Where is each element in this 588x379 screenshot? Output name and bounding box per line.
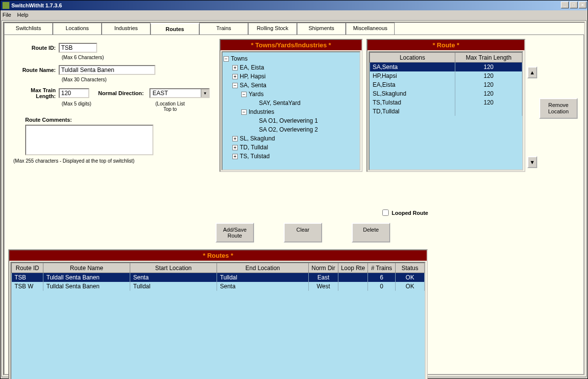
expand-icon[interactable]: +	[232, 154, 238, 159]
tree-item[interactable]: Yards	[249, 91, 263, 98]
tab-locations[interactable]: Locations	[53, 23, 102, 34]
window-title: SwitchWithIt 1.7.3.6	[11, 2, 62, 8]
collapse-icon[interactable]: −	[232, 83, 238, 88]
table-row[interactable]: TSB WTulldal Senta Banen TulldalSenta We…	[12, 282, 425, 291]
routes-panel-title: * Routes *	[9, 250, 427, 261]
move-up-button[interactable]: ▲	[527, 67, 537, 78]
delete-button[interactable]: Delete	[352, 223, 390, 242]
table-row[interactable]: HP,Hapsi120	[370, 71, 522, 80]
tree-item[interactable]: EA, Eista	[240, 64, 264, 71]
normal-direction-select[interactable]: EAST ▼	[149, 88, 210, 98]
max-train-length-input[interactable]	[59, 88, 89, 98]
route-panel: * Route * Locations Max Train Length SA,…	[367, 39, 525, 172]
close-button[interactable]: ×	[579, 1, 587, 8]
tree-item[interactable]: SA O2, Overlevering 2	[259, 126, 318, 133]
col-start-location[interactable]: Start Location	[130, 263, 217, 273]
minimize-button[interactable]: _	[561, 1, 569, 8]
tab-industries[interactable]: Industries	[102, 23, 150, 34]
remove-location-button[interactable]: Remove Location	[539, 98, 578, 119]
expand-icon[interactable]: +	[232, 74, 238, 79]
table-row[interactable]: SL,Skaglund120	[370, 89, 522, 98]
table-row[interactable]: SA,Senta120	[370, 63, 522, 71]
col-norm-dir[interactable]: Norm Dir	[309, 263, 338, 273]
routes-table[interactable]: Route ID Route Name Start Location End L…	[11, 263, 425, 291]
col-route-name[interactable]: Route Name	[43, 263, 130, 273]
chevron-down-icon[interactable]: ▼	[201, 89, 209, 97]
table-row[interactable]: TSBTuldall Senta Banen SentaTulldal East…	[12, 273, 425, 282]
tree-item[interactable]: SA O1, Overlevering 1	[259, 117, 318, 124]
expand-icon[interactable]: +	[232, 136, 238, 141]
towns-panel-title: * Towns/Yards/Industries *	[220, 40, 362, 50]
max-train-length-hint: (Max 5 digits)	[62, 101, 91, 107]
route-comments-hint: (Max 255 characters - Displayed at the t…	[13, 158, 214, 164]
route-name-hint: (Max 30 Characters)	[62, 77, 214, 82]
move-down-button[interactable]: ▼	[527, 156, 537, 168]
col-status[interactable]: Status	[396, 263, 425, 273]
maximize-button[interactable]: □	[570, 1, 578, 8]
tree-root[interactable]: Towns	[231, 55, 248, 62]
routes-panel: * Routes * Route ID Route Name Start Loc…	[8, 249, 428, 379]
route-id-label: Route ID:	[10, 45, 59, 51]
clear-button[interactable]: Clear	[284, 223, 322, 242]
collapse-icon[interactable]: −	[223, 56, 229, 62]
tab-switchlists[interactable]: Switchlists	[4, 23, 53, 34]
col-end-location[interactable]: End Location	[217, 263, 309, 273]
col-max-train-length[interactable]: Max Train Length	[455, 53, 522, 63]
towns-tree[interactable]: −Towns +EA, Eista +HP, Hapsi −SA, Senta …	[221, 51, 361, 171]
menubar: File Help	[0, 10, 588, 19]
tab-routes[interactable]: Routes	[150, 23, 199, 35]
menu-file[interactable]: File	[2, 12, 11, 18]
tree-item[interactable]: HP, Hapsi	[240, 73, 265, 80]
route-id-input[interactable]	[59, 43, 97, 53]
route-name-label: Route Name:	[10, 67, 59, 73]
col-loop-rte[interactable]: Loop Rte	[338, 263, 368, 273]
menu-help[interactable]: Help	[17, 12, 29, 18]
normal-direction-hint: (Location ListTop to	[155, 101, 184, 112]
looped-route-label: Looped Route	[392, 210, 428, 216]
tree-item[interactable]: SA, Senta	[240, 82, 266, 89]
app-icon	[2, 2, 9, 9]
route-panel-title: * Route *	[368, 40, 524, 50]
route-comments-label: Route Comments:	[25, 117, 214, 123]
tree-item[interactable]: SL, Skaglund	[240, 135, 275, 142]
col-trains[interactable]: # Trains	[368, 263, 396, 273]
tree-item[interactable]: TD, Tulldal	[240, 144, 268, 151]
towns-panel: * Towns/Yards/Industries * −Towns +EA, E…	[220, 39, 363, 172]
tree-item[interactable]: SAY, SentaYard	[259, 100, 300, 106]
route-locations-table[interactable]: Locations Max Train Length SA,Senta120 H…	[369, 52, 522, 116]
max-train-length-label: Max TrainLength:	[10, 87, 59, 99]
route-name-input[interactable]	[59, 65, 155, 75]
normal-direction-label: Normal Direction:	[98, 90, 147, 96]
expand-icon[interactable]: +	[232, 145, 238, 150]
expand-icon[interactable]: +	[232, 65, 238, 70]
tab-shipments[interactable]: Shipments	[297, 23, 346, 34]
tree-item[interactable]: Industries	[249, 108, 274, 115]
collapse-icon[interactable]: −	[241, 109, 247, 115]
col-route-id[interactable]: Route ID	[12, 263, 43, 273]
add-save-route-button[interactable]: Add/Save Route	[216, 223, 254, 242]
looped-route-checkbox[interactable]	[382, 209, 389, 216]
route-form: Route ID: (Max 6 Characters) Route Name:…	[8, 39, 216, 207]
titlebar: SwitchWithIt 1.7.3.6 _ □ ×	[0, 0, 588, 10]
collapse-icon[interactable]: −	[241, 92, 247, 97]
route-id-hint: (Max 6 Characters)	[62, 55, 214, 60]
tab-miscellaneous[interactable]: Miscellaneous	[346, 23, 395, 34]
route-comments-input[interactable]	[25, 125, 153, 155]
table-row[interactable]: EA,Eista120	[370, 80, 522, 89]
table-row[interactable]: TS,Tulstad120	[370, 98, 522, 107]
table-row[interactable]: TD,Tulldal	[370, 107, 522, 116]
tree-item[interactable]: TS, Tulstad	[240, 153, 270, 160]
tabs: Switchlists Locations Industries Routes …	[4, 23, 584, 34]
tab-rollingstock[interactable]: Rolling Stock	[248, 23, 297, 34]
col-locations[interactable]: Locations	[370, 53, 455, 63]
tab-trains[interactable]: Trains	[199, 23, 248, 34]
